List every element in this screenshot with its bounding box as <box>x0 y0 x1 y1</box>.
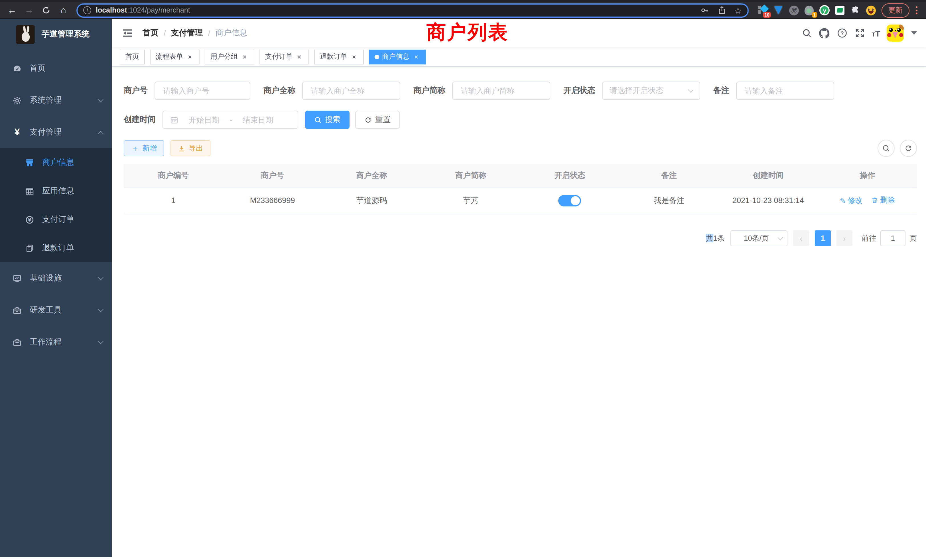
sidebar-item-merchant-info[interactable]: 商户信息 <box>0 148 112 177</box>
breadcrumb-section[interactable]: 支付管理 <box>171 28 203 38</box>
header-search-icon[interactable] <box>801 27 812 39</box>
tab-close-icon[interactable]: × <box>241 53 249 61</box>
cell-full-name: 芋道源码 <box>322 187 421 214</box>
app-logo[interactable]: 芋道管理系统 <box>0 19 112 47</box>
tab-merchant-info[interactable]: 商户信息 × <box>369 49 426 64</box>
browser-toolbar: ← → ⌂ i localhost:1024/pay/merchant ☆ <box>0 0 926 19</box>
short-name-field[interactable] <box>460 86 543 95</box>
address-bar[interactable]: i localhost:1024/pay/merchant ☆ <box>76 3 749 17</box>
remark-field[interactable] <box>743 86 827 95</box>
column-header: 商户编号 <box>124 164 223 187</box>
prev-page-button[interactable]: ‹ <box>793 230 809 246</box>
url-host: localhost <box>96 6 127 14</box>
help-icon[interactable]: ? <box>836 27 847 39</box>
site-info-icon[interactable]: i <box>83 6 91 14</box>
fullscreen-icon[interactable] <box>854 27 865 39</box>
short-name-input[interactable] <box>452 82 550 100</box>
password-key-icon[interactable] <box>700 6 709 15</box>
profile-emoji-icon[interactable] <box>865 5 876 15</box>
selected-text: 共 <box>706 233 713 242</box>
avatar[interactable] <box>887 24 904 42</box>
extensions-puzzle-icon[interactable] <box>850 5 861 15</box>
toggle-search-button[interactable] <box>878 140 895 157</box>
merchant-no-field[interactable] <box>162 86 243 95</box>
breadcrumb-home[interactable]: 首页 <box>142 28 159 38</box>
filter-label-short-name: 商户简称 <box>413 86 452 96</box>
browser-home-button[interactable]: ⌂ <box>56 3 71 18</box>
sidebar-item-dev-tools[interactable]: 研发工具 <box>0 294 112 326</box>
refresh-table-button[interactable] <box>900 140 917 157</box>
tab-close-icon[interactable]: × <box>186 53 194 61</box>
avatar-caret-icon[interactable] <box>911 31 917 35</box>
sidebar: 芋道管理系统 首页 <box>0 19 112 557</box>
sidebar-item-home[interactable]: 首页 <box>0 53 112 85</box>
start-date-field[interactable] <box>183 115 225 124</box>
top-navbar: 首页 / 支付管理 / 商户信息 商户列表 ? <box>112 19 926 47</box>
tab-close-icon[interactable]: × <box>412 53 420 61</box>
next-page-button[interactable]: › <box>837 230 852 246</box>
sidebar-item-app-info[interactable]: 应用信息 <box>0 177 112 205</box>
tab-user-group[interactable]: 用户分组 × <box>205 49 254 64</box>
sidebar-item-infrastructure[interactable]: 基础设施 <box>0 262 112 294</box>
bookmark-star-icon[interactable]: ☆ <box>734 6 742 15</box>
screen: ← → ⌂ i localhost:1024/pay/merchant ☆ <box>0 0 926 560</box>
extension-chat-icon[interactable] <box>835 5 845 15</box>
browser-menu-icon[interactable] <box>912 6 921 14</box>
create-time-range-picker[interactable]: - <box>162 110 298 129</box>
full-name-field[interactable] <box>310 86 393 95</box>
share-icon[interactable] <box>717 6 726 15</box>
add-button[interactable]: ＋ 新增 <box>124 140 164 156</box>
page-number-1[interactable]: 1 <box>815 230 831 246</box>
browser-update-button[interactable]: 更新 <box>882 3 909 17</box>
extension-command-icon[interactable]: ⌘ <box>788 5 799 15</box>
pagination-total: 共1条 <box>706 233 725 243</box>
status-select[interactable]: 请选择开启状态 <box>602 82 700 100</box>
delete-link[interactable]: 删除 <box>872 195 895 205</box>
gear-icon <box>12 96 22 105</box>
sidebar-toggle-icon[interactable] <box>122 27 133 39</box>
sidebar-item-pay-order[interactable]: ¥ 支付订单 <box>0 205 112 234</box>
chevron-up-icon <box>98 130 103 136</box>
tab-close-icon[interactable]: × <box>295 53 303 61</box>
status-toggle[interactable] <box>558 195 581 206</box>
delete-link-label: 删除 <box>880 195 895 205</box>
browser-forward-button[interactable]: → <box>22 3 36 18</box>
export-button[interactable]: 导出 <box>171 140 210 156</box>
font-size-icon[interactable]: TT <box>872 28 881 38</box>
sidebar-item-refund-order[interactable]: 退款订单 <box>0 234 112 262</box>
sidebar-item-system[interactable]: 系统管理 <box>0 85 112 117</box>
extension-y-icon[interactable]: y <box>819 5 830 15</box>
full-name-input[interactable] <box>302 82 400 100</box>
sidebar-item-payment[interactable]: ¥ 支付管理 <box>0 117 112 148</box>
tags-view-bar: 首页 流程表单 × 用户分组 × 支付订单 × 退款订单 × <box>112 47 926 67</box>
reload-icon <box>42 6 51 15</box>
sidebar-item-workflow[interactable]: 工作流程 <box>0 326 112 358</box>
sidebar-item-label: 工作流程 <box>30 337 62 347</box>
extension-gem-icon[interactable] <box>773 5 784 15</box>
tab-pay-order[interactable]: 支付订单 × <box>259 49 309 64</box>
tab-process-form[interactable]: 流程表单 × <box>150 49 200 64</box>
tab-refund-order[interactable]: 退款订单 × <box>314 49 364 64</box>
column-header: 备注 <box>619 164 719 187</box>
extension-avatar-icon[interactable]: 1 <box>804 5 814 15</box>
search-button[interactable]: 搜索 <box>305 110 350 129</box>
merchant-no-input[interactable] <box>154 82 250 100</box>
column-header: 商户号 <box>223 164 322 187</box>
goto-page-input[interactable] <box>881 230 905 246</box>
reset-button[interactable]: 重置 <box>355 110 400 129</box>
end-date-field[interactable] <box>237 115 279 124</box>
tab-close-icon[interactable]: × <box>350 53 358 61</box>
tab-home[interactable]: 首页 <box>120 49 145 64</box>
browser-reload-button[interactable] <box>39 3 54 18</box>
chevron-down-icon <box>98 96 103 102</box>
sidebar-item-label: 首页 <box>30 63 45 74</box>
annotation-merchant-list: 商户列表 <box>427 21 508 43</box>
page-size-select[interactable]: 10条/页 <box>731 230 787 246</box>
url-text[interactable]: localhost:1024/pay/merchant <box>96 6 700 14</box>
column-header: 商户全称 <box>322 164 421 187</box>
edit-link[interactable]: ✎ 修改 <box>840 196 862 206</box>
browser-back-button[interactable]: ← <box>5 3 20 18</box>
extension-diamond-icon[interactable]: 10 <box>758 5 768 15</box>
remark-input[interactable] <box>736 82 834 100</box>
github-icon[interactable] <box>819 27 830 39</box>
